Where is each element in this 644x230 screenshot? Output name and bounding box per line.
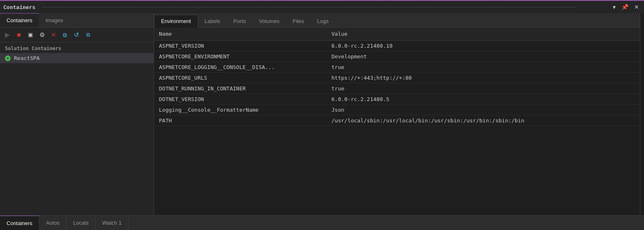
- copy-button[interactable]: ⧉: [60, 30, 70, 40]
- bottom-tab-locals[interactable]: Locals: [67, 216, 96, 230]
- tab-containers[interactable]: Containers: [0, 13, 39, 27]
- cell-value: 6.0.0-rc.2.21480.5: [327, 94, 640, 104]
- table-row[interactable]: ASPNETCORE_URLS https://+:443;http://+:8…: [154, 73, 640, 83]
- table-row[interactable]: Logging__Console__FormatterName Json: [154, 105, 640, 115]
- stop-button[interactable]: ■: [14, 30, 24, 40]
- vertical-scrollbar[interactable]: [640, 13, 644, 215]
- title-bar-left: Containers: [3, 4, 579, 10]
- cell-name: ASPNET_VERSION: [154, 41, 327, 51]
- cell-value: 6.0.0-rc.2.21480.10: [327, 41, 640, 51]
- cell-value: true: [327, 62, 640, 72]
- main-area: Containers Images ▶ ■ ▣ ⚙ ✕ ⧉ ↺ ⧉ Soluti…: [0, 13, 644, 215]
- attach-button[interactable]: ⧉: [83, 30, 93, 40]
- bottom-tab-containers[interactable]: Containers: [0, 216, 39, 230]
- tab-volumes[interactable]: Volumes: [253, 15, 286, 27]
- tab-images[interactable]: Images: [39, 13, 70, 27]
- table-row[interactable]: PATH /usr/local/sbin:/usr/local/bin:/usr…: [154, 115, 640, 126]
- refresh-button[interactable]: ↺: [71, 30, 81, 40]
- tab-labels[interactable]: Labels: [198, 15, 227, 27]
- panel-title: Containers: [3, 4, 35, 10]
- tab-files[interactable]: Files: [286, 15, 310, 27]
- toolbar: ▶ ■ ▣ ⚙ ✕ ⧉ ↺ ⧉: [0, 28, 154, 42]
- pin-button[interactable]: 📌: [620, 3, 630, 11]
- left-panel: Containers Images ▶ ■ ▣ ⚙ ✕ ⧉ ↺ ⧉ Soluti…: [0, 13, 154, 215]
- header-value: Value: [327, 29, 640, 39]
- table-header: Name Value: [154, 28, 640, 41]
- right-tabs: Environment Labels Ports Volumes Files L…: [154, 13, 640, 28]
- table-row[interactable]: ASPNETCORE_LOGGING__CONSOLE__DISA... tru…: [154, 62, 640, 73]
- table-row[interactable]: ASPNET_VERSION 6.0.0-rc.2.21480.10: [154, 41, 640, 51]
- cell-name: ASPNETCORE_URLS: [154, 73, 327, 83]
- dropdown-button[interactable]: ▾: [611, 3, 617, 11]
- settings-button[interactable]: ⚙: [37, 30, 47, 40]
- title-bar: Containers ▾ 📌 ✕: [0, 0, 644, 13]
- container-name: ReactSPA: [14, 55, 40, 61]
- cell-value: true: [327, 83, 640, 94]
- table-row[interactable]: DOTNET_VERSION 6.0.0-rc.2.21480.5: [154, 94, 640, 105]
- bottom-tab-bar: Containers Autos Locals Watch 1: [0, 215, 644, 230]
- cell-name: PATH: [154, 115, 327, 126]
- bottom-tab-watch1[interactable]: Watch 1: [96, 216, 129, 230]
- close-button[interactable]: ✕: [632, 3, 641, 11]
- title-bar-right: ▾ 📌 ✕: [611, 3, 641, 11]
- cell-name: DOTNET_VERSION: [154, 94, 327, 104]
- tab-logs[interactable]: Logs: [310, 15, 335, 27]
- tab-environment[interactable]: Environment: [154, 15, 198, 28]
- cell-value: Development: [327, 51, 640, 62]
- start-button[interactable]: ▶: [2, 30, 12, 40]
- container-item[interactable]: ReactSPA: [0, 53, 154, 63]
- cell-name: ASPNETCORE_ENVIRONMENT: [154, 51, 327, 62]
- cell-value: Json: [327, 105, 640, 115]
- tab-ports[interactable]: Ports: [227, 15, 252, 27]
- cell-name: DOTNET_RUNNING_IN_CONTAINER: [154, 83, 327, 94]
- remove-button[interactable]: ✕: [48, 30, 58, 40]
- running-icon: [5, 55, 11, 61]
- left-tabs: Containers Images: [0, 13, 154, 28]
- terminal-button[interactable]: ▣: [25, 30, 35, 40]
- solution-label: Solution Containers: [0, 42, 154, 53]
- bottom-tab-autos[interactable]: Autos: [39, 216, 67, 230]
- cell-value: https://+:443;http://+:80: [327, 73, 640, 83]
- table-row[interactable]: DOTNET_RUNNING_IN_CONTAINER true: [154, 83, 640, 94]
- header-name: Name: [154, 29, 327, 39]
- cell-name: Logging__Console__FormatterName: [154, 105, 327, 115]
- table-row[interactable]: ASPNETCORE_ENVIRONMENT Development: [154, 51, 640, 62]
- right-panel: Environment Labels Ports Volumes Files L…: [154, 13, 640, 215]
- cell-name: ASPNETCORE_LOGGING__CONSOLE__DISA...: [154, 62, 327, 72]
- env-table: Name Value ASPNET_VERSION 6.0.0-rc.2.214…: [154, 28, 640, 215]
- cell-value: /usr/local/sbin:/usr/local/bin:/usr/sbin…: [327, 115, 640, 126]
